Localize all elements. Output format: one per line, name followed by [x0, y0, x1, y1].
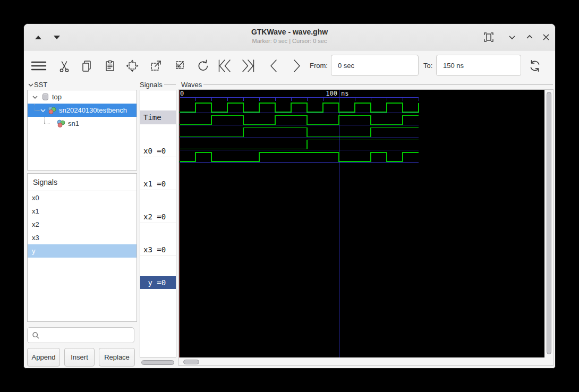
signals-hscrollbar[interactable] — [140, 359, 176, 366]
signal-search-box[interactable] — [27, 327, 134, 343]
maximize-button[interactable] — [523, 30, 537, 44]
svg-text:0: 0 — [180, 90, 184, 97]
scrollbar-thumb[interactable] — [141, 360, 174, 365]
go-previous-button[interactable] — [264, 55, 283, 76]
paste-button[interactable] — [100, 55, 120, 76]
signals-frame-label: Signals — [140, 81, 176, 89]
triangle-up-icon — [35, 36, 41, 39]
to-input[interactable] — [436, 55, 521, 76]
go-last-icon — [240, 58, 256, 73]
from-input[interactable] — [331, 55, 419, 76]
titlebar[interactable]: GTKWave - wave.ghw Marker: 0 sec | Curso… — [24, 24, 555, 50]
replace-button[interactable]: Replace — [99, 348, 135, 367]
append-button[interactable]: Append — [27, 348, 60, 367]
scrollbar-thumb[interactable] — [547, 92, 551, 354]
chevron-up-icon — [524, 32, 535, 42]
sst-expander[interactable]: SST — [28, 81, 47, 89]
signal-row-x3[interactable]: x3 =0 — [140, 243, 176, 256]
scissors-icon — [58, 59, 71, 72]
chevron-down-icon — [28, 82, 34, 88]
signal-row-y[interactable]: y =0 — [140, 276, 176, 289]
waves-vscrollbar[interactable] — [546, 91, 552, 356]
paste-icon — [104, 59, 116, 72]
tree-item-top[interactable]: top — [28, 90, 137, 104]
signal-row-x2[interactable]: x2 =0 — [140, 210, 176, 223]
to-label: To: — [423, 62, 432, 70]
go-first-button[interactable] — [215, 55, 234, 76]
chevron-right-icon — [291, 58, 303, 73]
expander-chevron-icon[interactable] — [40, 107, 46, 114]
go-last-button[interactable] — [239, 55, 258, 76]
instance-icon — [48, 106, 56, 114]
waves-hscrollbar[interactable] — [180, 359, 544, 365]
scrollbar-thumb[interactable] — [183, 360, 199, 364]
sst-label: SST — [34, 81, 47, 89]
svg-text:ns: ns — [341, 90, 348, 97]
tree-item-sn1[interactable]: sn1 — [28, 117, 137, 130]
from-label: From: — [310, 62, 328, 70]
tree-connector — [35, 104, 40, 110]
chevron-left-icon — [267, 58, 280, 73]
tree-item-label: sn20240130testbench — [59, 106, 127, 114]
waves-frame-label: Waves — [181, 81, 553, 89]
zoom-in-icon — [149, 59, 163, 73]
tree-item-label: sn1 — [68, 120, 79, 127]
reload-icon — [527, 58, 542, 73]
wave-canvas[interactable]: 0100ns — [179, 90, 544, 357]
undo-button[interactable] — [193, 55, 212, 76]
undo-icon — [195, 59, 209, 73]
signal-search-list: Signals x0 x1 x2 x3 y — [27, 173, 137, 322]
copy-button[interactable] — [77, 55, 96, 76]
triangle-down-icon — [54, 36, 60, 39]
tree-item-label: top — [52, 93, 62, 101]
signal-row-x1[interactable]: x1 =0 — [140, 177, 176, 190]
zoom-fit-button[interactable] — [123, 55, 142, 76]
marker-cursor-status: Marker: 0 sec | Cursor: 0 sec — [24, 38, 555, 44]
svg-text:100: 100 — [326, 90, 337, 97]
fit-window-icon — [482, 31, 495, 44]
signal-row-x0[interactable]: x0 =0 — [140, 144, 176, 157]
gtkwave-window: GTKWave - wave.ghw Marker: 0 sec | Curso… — [23, 23, 556, 369]
instance-icon — [57, 120, 65, 127]
menu-button[interactable] — [29, 55, 48, 76]
minimize-button[interactable] — [505, 30, 519, 44]
close-button[interactable] — [539, 30, 553, 44]
cut-button[interactable] — [55, 55, 74, 76]
fit-window-button[interactable] — [482, 30, 496, 44]
expander-chevron-icon[interactable] — [32, 94, 38, 100]
search-icon — [32, 331, 40, 339]
tree-connector — [44, 117, 49, 124]
wave-canvas-svg[interactable]: 0100ns — [179, 90, 544, 357]
reload-button[interactable] — [525, 55, 544, 76]
shift-up-button[interactable] — [31, 30, 45, 44]
zoom-fit-icon — [125, 59, 139, 73]
zoom-in-button[interactable] — [146, 55, 165, 76]
time-header[interactable]: Time — [140, 110, 176, 124]
list-item[interactable]: y — [28, 244, 137, 258]
list-item[interactable]: x3 — [28, 231, 137, 244]
module-icon — [41, 93, 49, 101]
toolbar: From: To: — [24, 51, 555, 80]
signal-names-panel: Time x0 =0 x1 =0 x2 =0 x3 =0 y =0 — [140, 90, 176, 357]
go-next-button[interactable] — [287, 55, 306, 76]
sst-tree: top sn20240130testbench sn1 — [27, 90, 137, 171]
menu-icon — [30, 59, 47, 72]
chevron-down-icon — [507, 32, 517, 42]
window-title: GTKWave - wave.ghw — [24, 28, 555, 36]
list-item[interactable]: x2 — [28, 218, 137, 231]
list-item[interactable]: x0 — [28, 191, 137, 204]
copy-icon — [80, 59, 93, 72]
go-first-icon — [217, 58, 233, 73]
signal-list-header: Signals — [28, 174, 137, 191]
zoom-out-icon — [172, 59, 186, 73]
close-icon — [541, 32, 551, 42]
insert-button[interactable]: Insert — [64, 348, 95, 367]
zoom-out-button[interactable] — [169, 55, 189, 76]
tree-item-testbench[interactable]: sn20240130testbench — [28, 104, 137, 117]
shift-down-button[interactable] — [50, 30, 64, 44]
list-item[interactable]: x1 — [28, 204, 137, 218]
